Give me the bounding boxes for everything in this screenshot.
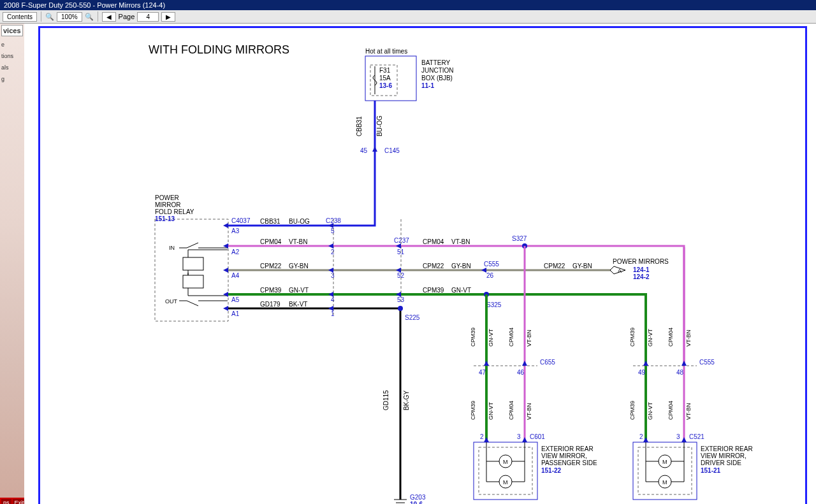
label-s327: S327 [512, 235, 527, 242]
svg-text:GN-VT: GN-VT [647, 402, 653, 421]
sidebar-header: vices [1, 25, 23, 36]
sidebar-footer: ns Exit [0, 498, 27, 504]
conn-c555: C555 [484, 261, 499, 268]
sidebar-footer-btn[interactable]: ns [1, 499, 11, 504]
svg-marker-38 [643, 437, 648, 442]
sidebar-item[interactable]: als [1, 64, 23, 71]
relay-ref: 151-13 [155, 215, 175, 222]
bjb-cell: 11-1 [421, 82, 434, 89]
w-cpm22-b: CPM22 [423, 263, 444, 270]
svg-text:VT-BN: VT-BN [526, 329, 532, 347]
pin-47: 47 [479, 369, 486, 376]
page-number-field[interactable]: 4 [137, 12, 159, 22]
diagram-title: WITH FOLDING MIRRORS [149, 43, 289, 56]
zoom-out-icon[interactable]: 🔍 [45, 13, 54, 21]
next-page-button[interactable]: ▶ [161, 12, 175, 22]
pin-3: 3 [331, 272, 335, 279]
relay-out: OUT [165, 298, 178, 305]
wire-cbb31 [228, 101, 375, 226]
page-label: Page [119, 13, 135, 20]
zoom-in-icon[interactable]: 🔍 [85, 13, 94, 21]
svg-text:151-22: 151-22 [541, 467, 562, 474]
w-cpm04-b: CPM04 [423, 238, 444, 245]
w-cbb31: CBB31 [260, 218, 280, 225]
prev-page-button[interactable]: ◀ [102, 12, 116, 22]
svg-text:EXTERIOR REAR: EXTERIOR REAR [541, 445, 594, 452]
svg-text:CPM39: CPM39 [629, 328, 636, 347]
svg-text:VT-BN: VT-BN [526, 403, 532, 420]
pm-name: POWER MIRRORS [613, 258, 669, 265]
svg-text:CPM04: CPM04 [667, 328, 674, 347]
conn-c601: C601 [530, 433, 545, 440]
svg-marker-19 [681, 361, 687, 366]
pin-a4: A4 [231, 272, 240, 279]
w-cpm39-a: CPM39 [260, 287, 282, 294]
stage: vices e tions als g ns Exit WITH FOLDING… [0, 24, 816, 504]
pm-r2: 124-2 [633, 273, 650, 280]
pin-4: 4 [331, 296, 335, 303]
pin-5: 5 [331, 227, 335, 234]
wire-gd179 [228, 308, 400, 500]
pin-46: 46 [517, 369, 525, 376]
sidebar-item[interactable]: g [1, 76, 23, 82]
svg-text:VIEW MIRROR,: VIEW MIRROR, [701, 452, 747, 459]
svg-marker-18 [643, 361, 648, 366]
w-cpm39-b: CPM39 [423, 287, 444, 294]
w-vtbn-a: VT-BN [289, 238, 307, 245]
bjb-l3: BOX (BJB) [421, 75, 453, 82]
svg-text:M: M [503, 459, 508, 465]
bjb-l1: BATTERY [421, 59, 451, 66]
diagram-page: WITH FOLDING MIRRORS Hot at all times F3… [38, 26, 807, 504]
sidebar-item[interactable]: tions [1, 53, 23, 59]
svg-text:CPM04: CPM04 [508, 328, 514, 347]
pin-2b: 2 [480, 433, 484, 440]
label-s325: S325 [486, 301, 502, 308]
svg-text:VIEW MIRROR,: VIEW MIRROR, [541, 452, 587, 459]
w-vtbn-b: VT-BN [451, 238, 470, 245]
label-s225: S225 [405, 314, 420, 321]
fuse-ref: 13-6 [379, 82, 392, 89]
diagram-viewer: WITH FOLDING MIRRORS Hot at all times F3… [24, 24, 816, 504]
wire-buog: BU-OG [376, 115, 383, 136]
contents-button[interactable]: Contents [3, 12, 37, 22]
conn-c655: C655 [540, 359, 555, 366]
pin-2: 2 [331, 248, 335, 256]
pin-48: 48 [676, 369, 684, 376]
relay-l3: FOLD RELAY [155, 208, 194, 215]
svg-marker-2 [223, 223, 228, 228]
pin-a1: A1 [231, 310, 240, 317]
w-gnvt-b: GN-VT [451, 287, 471, 294]
conn-g203: G203 [410, 494, 426, 501]
splice-s225 [398, 306, 403, 311]
svg-rect-0 [183, 257, 203, 270]
svg-marker-17 [522, 361, 527, 366]
conn-c4037: C4037 [231, 217, 251, 224]
pm-a: A [618, 268, 622, 274]
pin-a3: A3 [231, 227, 240, 234]
svg-text:VT-BN: VT-BN [685, 329, 692, 347]
svg-text:VT-BN: VT-BN [685, 403, 692, 420]
mirror-drv-box [633, 442, 697, 500]
window-title: 2008 F-Super Duty 250-550 - Power Mirror… [4, 1, 165, 9]
pin-2c: 2 [639, 433, 643, 440]
w-cpm22-a: CPM22 [260, 263, 282, 270]
pin-3b: 3 [517, 433, 521, 440]
fuse-id: F31 [379, 67, 391, 74]
svg-marker-39 [681, 437, 687, 442]
svg-text:M: M [503, 479, 508, 486]
zoom-field[interactable]: 100% [57, 12, 82, 22]
svg-text:EXTERIOR REAR: EXTERIOR REAR [701, 445, 753, 452]
svg-marker-8 [328, 243, 333, 248]
arrow-c145 [372, 147, 377, 152]
pin-26: 26 [486, 272, 494, 279]
svg-text:CPM39: CPM39 [629, 401, 636, 420]
w-cpm04-a: CPM04 [260, 238, 282, 245]
w-gd179: GD179 [260, 301, 280, 308]
svg-rect-49 [638, 447, 692, 494]
svg-marker-6 [223, 306, 228, 311]
w-gd115: GD115 [382, 390, 390, 410]
svg-text:CPM39: CPM39 [470, 401, 476, 420]
w-buog: BU-OG [289, 218, 310, 225]
sidebar-item[interactable]: e [1, 41, 23, 48]
conn-c145: C145 [384, 147, 400, 154]
